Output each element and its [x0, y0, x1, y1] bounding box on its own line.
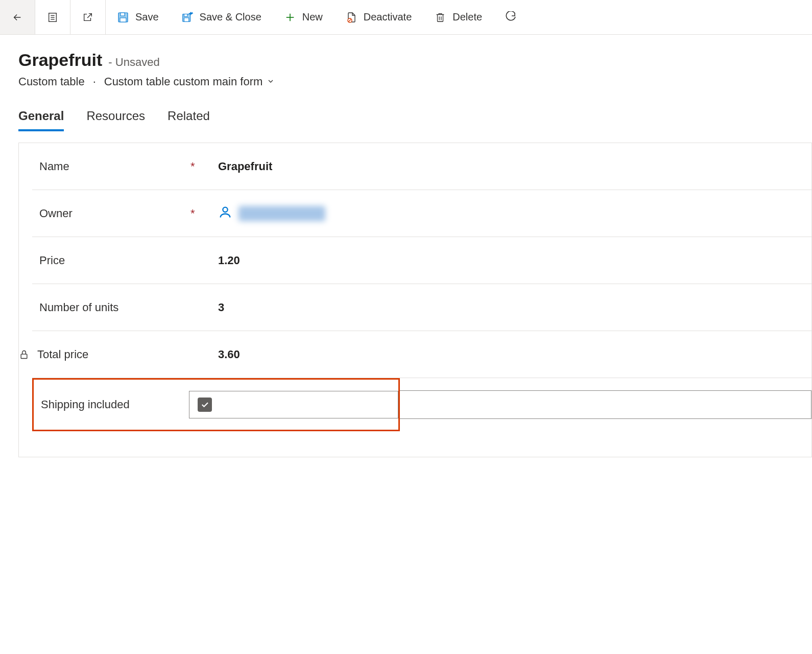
save-close-button[interactable]: Save & Close [170, 0, 273, 34]
price-value[interactable]: 1.20 [218, 254, 811, 267]
record-status: - Unsaved [108, 56, 159, 69]
list-icon [46, 11, 59, 24]
title-row: Grapefruit - Unsaved [18, 50, 794, 70]
person-icon [218, 205, 232, 222]
popout-icon [82, 11, 94, 24]
field-row-units: Number of units 3 [32, 284, 811, 331]
shipping-checkbox[interactable] [198, 398, 212, 412]
list-button[interactable] [35, 0, 70, 34]
units-label: Number of units [39, 301, 118, 314]
field-row-price: Price 1.20 [32, 237, 811, 284]
units-value[interactable]: 3 [218, 301, 811, 314]
owner-value[interactable] [218, 205, 811, 222]
plus-icon [284, 11, 296, 24]
record-title: Grapefruit [18, 50, 102, 70]
save-icon [117, 11, 129, 24]
field-row-name: Name * Grapefruit [32, 143, 811, 190]
svg-rect-9 [184, 17, 188, 21]
new-label: New [302, 11, 323, 23]
tab-resources[interactable]: Resources [86, 109, 145, 131]
required-indicator: * [190, 207, 218, 220]
total-value: 3.60 [218, 348, 811, 361]
save-close-label: Save & Close [200, 11, 261, 23]
refresh-button[interactable] [493, 0, 528, 34]
required-indicator: * [190, 160, 218, 173]
deactivate-icon [345, 11, 357, 24]
price-label: Price [39, 254, 65, 267]
command-bar: Save Save & Close New Deactivate Delete [0, 0, 812, 35]
tab-general[interactable]: General [18, 109, 64, 131]
form-name: Custom table custom main form [104, 75, 263, 88]
name-label: Name [39, 160, 69, 173]
delete-label: Delete [452, 11, 482, 23]
total-label: Total price [37, 348, 88, 361]
chevron-down-icon [267, 75, 275, 88]
svg-rect-6 [120, 18, 126, 22]
form-body: Name * Grapefruit Owner * Price 1.20 Num… [18, 143, 812, 457]
svg-rect-8 [184, 14, 187, 16]
shipping-checkbox-field[interactable] [189, 391, 398, 418]
trash-icon [434, 11, 446, 24]
svg-point-14 [223, 207, 227, 212]
tab-related[interactable]: Related [168, 109, 210, 131]
record-header: Grapefruit - Unsaved Custom table · Cust… [0, 35, 812, 88]
svg-rect-15 [21, 354, 27, 358]
form-selector[interactable]: Custom table custom main form [104, 75, 275, 88]
checkbox-field-extension[interactable] [400, 390, 811, 419]
new-button[interactable]: New [273, 0, 334, 34]
popout-button[interactable] [70, 0, 105, 34]
shipping-label: Shipping included [41, 398, 189, 411]
name-value[interactable]: Grapefruit [218, 160, 811, 173]
entity-name: Custom table [18, 75, 85, 88]
lock-icon [18, 349, 30, 360]
refresh-icon [505, 11, 517, 24]
form-tabs: General Resources Related [0, 88, 812, 131]
owner-label: Owner [39, 207, 73, 220]
deactivate-button[interactable]: Deactivate [334, 0, 423, 34]
field-row-owner: Owner * [32, 190, 811, 237]
deactivate-label: Deactivate [364, 11, 412, 23]
svg-rect-5 [121, 13, 125, 16]
save-button[interactable]: Save [106, 0, 170, 34]
save-close-icon [181, 11, 194, 24]
subtitle-row: Custom table · Custom table custom main … [18, 75, 794, 88]
save-label: Save [135, 11, 159, 23]
back-arrow-icon [11, 11, 23, 24]
delete-button[interactable]: Delete [423, 0, 493, 34]
field-row-total: Total price 3.60 [32, 331, 811, 378]
separator-dot: · [93, 75, 96, 88]
field-row-shipping: Shipping included [19, 378, 811, 431]
back-button[interactable] [0, 0, 35, 34]
owner-name-redacted [238, 206, 325, 221]
shipping-highlight: Shipping included [32, 378, 400, 431]
